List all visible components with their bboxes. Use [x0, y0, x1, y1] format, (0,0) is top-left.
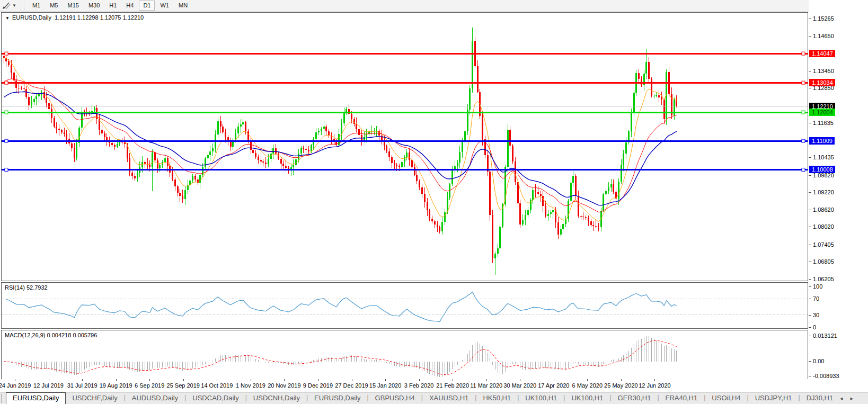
tab-eurusd-daily[interactable]: EURUSD,Daily	[308, 392, 367, 404]
time-axis[interactable]: 24 Jun 201912 Jul 201931 Jul 201919 Aug …	[0, 379, 809, 391]
price-tick	[809, 262, 811, 262]
line-handle[interactable]	[5, 52, 8, 55]
date-tick	[654, 379, 655, 381]
tabs-scroll-right-icon[interactable]: ▸	[850, 395, 861, 401]
macd-signal-line	[4, 340, 677, 374]
tab-uk100-h1[interactable]: UK100,H1	[519, 392, 563, 404]
timeframe-button-m5[interactable]: M5	[46, 1, 62, 11]
price-tick	[809, 157, 811, 158]
date-label: 14 Oct 2019	[201, 382, 233, 389]
line-handle[interactable]	[5, 139, 8, 142]
date-tick	[183, 379, 184, 381]
rsi-tick	[809, 315, 811, 316]
rsi-tick-label: 100	[813, 283, 822, 290]
line-handle[interactable]	[802, 139, 805, 142]
dropdown-caret-icon[interactable]: ▼	[12, 3, 16, 8]
date-tick	[453, 379, 453, 381]
price-tick-label: 1.14650	[813, 33, 834, 39]
price-tick	[809, 210, 811, 210]
rsi-tick	[809, 327, 811, 328]
tab-usdcad-daily[interactable]: USDCAD,Daily	[186, 392, 245, 404]
tab-xauusd-h1[interactable]: XAUUSD,H1	[423, 392, 475, 404]
line-handle[interactable]	[802, 168, 805, 171]
line-handle[interactable]	[5, 168, 8, 171]
price-tick-label: 1.13450	[813, 68, 834, 74]
price-badge[interactable]: 1.10008	[809, 166, 835, 173]
tab-audusd-daily[interactable]: AUDUSD,Daily	[126, 392, 184, 404]
timeframe-button-h1[interactable]: H1	[105, 1, 121, 11]
price-tick	[809, 192, 811, 193]
tab-eurusd-daily[interactable]: EURUSD,Daily	[6, 392, 66, 404]
macd-tick-label: 0.013121	[813, 333, 837, 339]
date-tick	[284, 379, 285, 381]
date-label: 3 Feb 2020	[404, 382, 434, 389]
date-tick	[419, 379, 420, 381]
tab-usoil-h4[interactable]: USOil,H4	[705, 392, 747, 404]
price-badge[interactable]: 1.12004	[809, 109, 835, 116]
date-label: 1 Nov 2019	[236, 382, 265, 389]
date-label: 27 Dec 2019	[335, 382, 368, 389]
tab-gbpusd-h4[interactable]: GBPUSD,H4	[369, 392, 421, 404]
price-tick-label: 1.10435	[813, 154, 834, 160]
date-tick	[587, 379, 588, 381]
price-tick-label: 1.07405	[813, 241, 834, 248]
rsi-label: RSI(14) 52.7932	[5, 284, 48, 291]
date-tick	[82, 379, 83, 381]
price-axis[interactable]: 1.152651.146501.134501.128501.116351.104…	[809, 0, 868, 392]
date-tick	[352, 379, 352, 381]
tab-ger30-h1[interactable]: GER30,H1	[612, 392, 658, 404]
line-handle[interactable]	[802, 52, 805, 55]
timeframe-button-mn[interactable]: MN	[174, 1, 192, 11]
date-tick	[520, 379, 520, 381]
line-handle[interactable]	[5, 81, 8, 84]
tab-uk100-h1[interactable]: UK100,H1	[565, 392, 609, 404]
tabbar-grip[interactable]	[1, 394, 5, 403]
tab-hk50-h1[interactable]: HK50,H1	[476, 392, 517, 404]
main-chart-panel[interactable]: ▼EURUSD,Daily 1.12191 1.12298 1.12075 1.…	[1, 12, 808, 281]
date-label: 9 Dec 2019	[303, 382, 333, 389]
date-label: 6 Sep 2019	[135, 382, 164, 389]
toolbar: ▼ M1M5M15M30H1H4D1W1MN	[0, 0, 868, 12]
date-label: 21 Feb 2020	[436, 382, 469, 389]
price-badge[interactable]: 1.13034	[809, 79, 835, 86]
rsi-panel[interactable]: RSI(14) 52.7932	[1, 282, 808, 329]
tab-fra40-h1[interactable]: FRA40,H1	[659, 392, 704, 404]
price-tick-label: 1.06205	[813, 276, 834, 282]
price-tick-label: 1.11635	[813, 120, 834, 126]
line-handle[interactable]	[802, 111, 805, 114]
date-label: 31 Jul 2019	[67, 382, 98, 389]
price-badge[interactable]: 1.11009	[809, 137, 835, 145]
symbol-dropdown-icon[interactable]: ▼	[5, 16, 10, 21]
toolbar-grip[interactable]	[21, 2, 24, 10]
line-handle[interactable]	[5, 111, 8, 114]
tab-usdcnh-daily[interactable]: USDCNH,Daily	[247, 392, 306, 404]
timeframe-button-h4[interactable]: H4	[122, 1, 138, 11]
date-label: 6 May 2020	[572, 382, 603, 389]
date-tick	[318, 379, 318, 381]
macd-tick	[809, 336, 811, 336]
price-tick-label: 1.08620	[813, 207, 834, 213]
date-label: 25 May 2020	[604, 382, 638, 389]
tabs-scroll-left-icon[interactable]: ◂	[840, 395, 851, 401]
tab-usdjpy-h1[interactable]: USDJPY,H1	[749, 392, 799, 404]
price-tick-label: 1.15265	[813, 15, 834, 22]
date-tick	[251, 379, 251, 381]
macd-label: MACD(12,26,9) 0.004218 0.005796	[5, 332, 97, 338]
price-tick-label: 1.08020	[813, 223, 834, 230]
line-handle[interactable]	[802, 81, 805, 84]
line-studies-icon[interactable]	[1, 1, 12, 10]
tab-dj30-h1[interactable]: DJ30,H1	[800, 392, 840, 404]
timeframe-button-m1[interactable]: M1	[28, 1, 45, 11]
timeframe-button-d1[interactable]: D1	[139, 1, 155, 11]
date-label: 30 Mar 2020	[503, 382, 536, 389]
tab-usdchf-daily[interactable]: USDCHF,Daily	[66, 392, 123, 404]
timeframe-button-w1[interactable]: W1	[156, 1, 173, 11]
price-tick-label: 1.06805	[813, 258, 834, 265]
date-tick	[49, 379, 49, 381]
price-badge[interactable]: 1.14047	[809, 50, 835, 57]
macd-panel[interactable]: MACD(12,26,9) 0.004218 0.005796	[1, 330, 808, 380]
date-tick	[116, 379, 117, 381]
timeframe-button-m30[interactable]: M30	[84, 1, 104, 11]
macd-tick-label: 0.00	[813, 358, 824, 364]
timeframe-button-m15[interactable]: M15	[63, 1, 83, 11]
